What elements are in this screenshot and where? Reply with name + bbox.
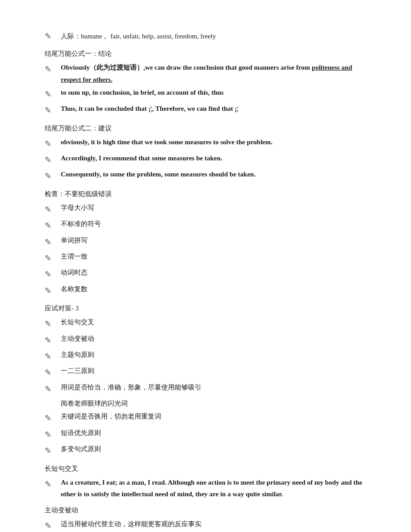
check2-item: ✎ 不标准的符号: [45, 218, 366, 233]
strat5-text: 用词是否恰当，准确，形象，尽量使用能够吸引: [61, 381, 366, 393]
strat4-text: 一二三原则: [61, 365, 366, 377]
consequently-text: Consequently, to some the problem, some …: [61, 168, 366, 180]
passive1-item: ✎ 适当用被动代替主动，这样能更客观的反应事实: [45, 518, 366, 532]
check5-text: 动词时态: [61, 267, 366, 278]
strat6-item: ✎ 关键词是否换用，切勿老用重复词: [45, 411, 366, 425]
obviously-text: Obviously（此为过渡短语）,we can draw the conclu…: [61, 62, 366, 85]
accordingly-item: ✎ Accordingly, I recommend that some mea…: [45, 152, 366, 167]
edit-icon: ✎: [45, 235, 61, 249]
edit-icon: ✎: [45, 411, 61, 425]
edit-icon: ✎: [45, 382, 61, 396]
edit-icon: ✎: [45, 218, 61, 233]
strat2-text: 主动变被动: [61, 333, 366, 344]
strat1-item: ✎ 长短句交叉: [45, 316, 366, 331]
check6-item: ✎ 名称复数: [45, 283, 366, 298]
obviously-main: Obviously（此为过渡短语）,we can draw the conclu…: [61, 64, 312, 71]
edit-icon: ✎: [45, 284, 61, 298]
hightime-text: obviously, it is high time that we took …: [61, 136, 366, 148]
check2-text: 不标准的符号: [61, 218, 366, 230]
accordingly-text: Accordingly, I recommend that some measu…: [61, 152, 366, 164]
tosum-item: ✎ to sum up, in conclusion, in brief, on…: [45, 87, 366, 101]
passive1-text: 适当用被动代替主动，这样能更客观的反应事实: [61, 518, 366, 530]
check3-item: ✎ 单词拼写: [45, 235, 366, 249]
thus-item: ✎ Thus, it can be concluded that ¡¦, The…: [45, 103, 366, 117]
check5-item: ✎ 动词时态: [45, 267, 366, 281]
section6-header: 主动变被动: [45, 504, 366, 516]
strat8-item: ✎ 多变句式原则: [45, 443, 366, 458]
strat2-item: ✎ 主动变被动: [45, 333, 366, 348]
strat7-item: ✎ 短语优先原则: [45, 427, 366, 442]
check6-text: 名称复数: [61, 283, 366, 295]
check1-text: 字母大小写: [61, 202, 366, 214]
edit-icon: ✎: [45, 137, 61, 151]
check4-item: ✎ 主谓一致: [45, 251, 366, 265]
section1-header: 结尾万能公式一：结论: [45, 48, 366, 60]
consequently-item: ✎ Consequently, to some the problem, som…: [45, 168, 366, 183]
edit-icon: ✎: [45, 267, 61, 281]
edit-icon: ✎: [45, 365, 61, 380]
check4-text: 主谓一致: [61, 251, 366, 262]
edit-icon: ✎: [45, 153, 61, 167]
strat4-item: ✎ 一二三原则: [45, 365, 366, 380]
section3-header: 检查：不要犯低级错误: [45, 188, 366, 200]
creature-text: As a creature, I eat; as a man, I read. …: [61, 477, 366, 500]
edit-icon: ✎: [45, 62, 61, 76]
check3-text: 单词拼写: [61, 235, 366, 246]
strat8-text: 多变句式原则: [61, 443, 366, 455]
edit-icon: ✎: [45, 519, 61, 532]
edit-icon: ✎: [45, 169, 61, 183]
edit-icon: ✎: [45, 87, 61, 101]
tosum-text: to sum up, in conclusion, in brief, on a…: [61, 87, 366, 98]
thus-text: Thus, it can be concluded that ¡¦, There…: [61, 103, 366, 114]
section5-header: 长短句交叉: [45, 463, 366, 475]
hightime-item: ✎ obviously, it is high time that we too…: [45, 136, 366, 151]
section4-header: 应试对策- 3: [45, 302, 366, 314]
edit-icon: ✎: [45, 103, 61, 117]
creature-item: ✎ As a creature, I eat; as a man, I read…: [45, 477, 366, 500]
edit-icon: ✎: [45, 317, 61, 331]
strat5-indent: 阅卷老师眼球的闪光词: [61, 398, 366, 409]
edit-icon: ✎: [45, 349, 61, 364]
strat3-text: 主题句原则: [61, 349, 366, 360]
vocab-text: 人际：humane， fair, unfair, help, assist, f…: [61, 30, 366, 42]
strat3-item: ✎ 主题句原则: [45, 349, 366, 364]
edit-icon: ✎: [45, 202, 61, 217]
section2-header: 结尾万能公式二：建议: [45, 122, 366, 134]
edit-icon: ✎: [45, 333, 61, 348]
edit-icon: ✎: [45, 427, 61, 442]
edit-icon: ✎: [45, 477, 61, 491]
edit-icon: ✎: [45, 251, 61, 265]
strat5-item: ✎ 用词是否恰当，准确，形象，尽量使用能够吸引: [45, 381, 366, 396]
strat1-text: 长短句交叉: [61, 316, 366, 328]
vocab-item: ✎ 人际：humane， fair, unfair, help, assist,…: [45, 29, 366, 43]
obviously-item: ✎ Obviously（此为过渡短语）,we can draw the conc…: [45, 62, 366, 85]
edit-icon: ✎: [45, 29, 61, 43]
strat7-text: 短语优先原则: [61, 427, 366, 439]
edit-icon: ✎: [45, 444, 61, 458]
strat6-text: 关键词是否换用，切勿老用重复词: [61, 411, 366, 422]
check1-item: ✎ 字母大小写: [45, 202, 366, 217]
